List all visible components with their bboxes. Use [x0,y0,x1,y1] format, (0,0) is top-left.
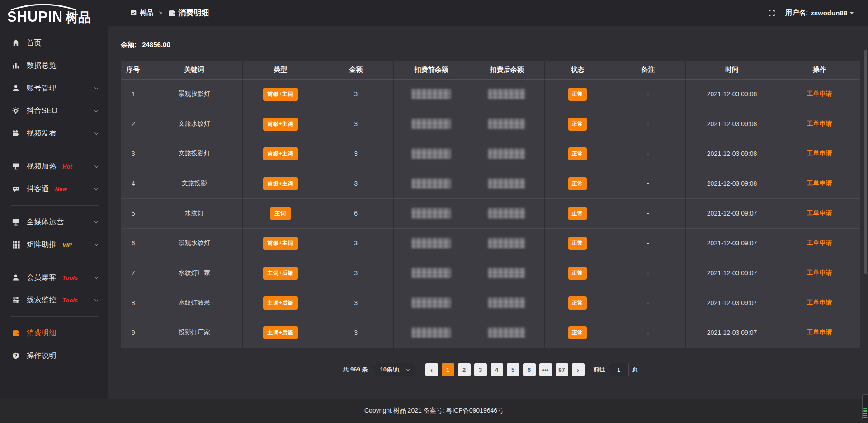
balance-before-redacted [412,149,451,159]
page-size-select[interactable]: 10条/页 [374,363,415,376]
time-cell: 2021-12-03 09:08 [686,169,778,198]
balance-value: 24856.00 [142,41,170,48]
grid-icon [11,240,21,249]
footer: Copyright 树品 2021 备案号: 粤ICP备09019646号 [0,399,868,423]
sidebar-item-account-manage[interactable]: 账号管理 [0,77,108,99]
status-badge: 正常 [568,237,587,250]
balance-after-redacted [488,179,525,188]
sidebar-item-badge: Tools [62,297,78,304]
balance-label: 余额: [121,41,137,48]
username[interactable]: zswodun88 [811,9,847,17]
sidebar-item-matrix-boost[interactable]: 矩阵助推VIP [0,233,108,256]
remark-cell: - [610,228,686,258]
table-row: 8水纹灯效果主词+后缀3正常-2021-12-03 09:07工单申请 [121,288,860,318]
sidebar-item-home[interactable]: 首页 [0,32,108,54]
chevron-down-icon [94,298,98,301]
type-badge: 前缀+主词 [263,118,298,131]
page-button-6[interactable]: 6 [523,363,536,376]
ticket-apply-link[interactable]: 工单申请 [807,179,832,187]
floating-widget[interactable] [862,394,868,420]
sidebar-item-douketong[interactable]: 抖客通New [0,178,108,200]
ticket-apply-link[interactable]: 工单申请 [807,239,832,246]
amount-cell: 3 [318,109,394,139]
sidebar-item-clue-monitor[interactable]: 线索监控Tools [0,289,108,311]
type-badge: 主词+后缀 [263,326,298,339]
index-cell: 5 [121,198,146,228]
goto-page: 前往 页 [594,363,638,376]
sidebar-item-media-operation[interactable]: 全媒体运营 [0,211,108,233]
ticket-apply-link[interactable]: 工单申请 [807,299,832,306]
column-header: 类型 [243,61,318,79]
balance-after-redacted [488,298,525,308]
page-button-97[interactable]: 97 [556,363,568,376]
type-badge: 前缀+主词 [263,147,298,160]
caret-down-icon[interactable] [849,10,854,16]
column-header: 扣费后余额 [469,61,545,79]
sidebar-item-video-heat[interactable]: 视频加热Hot [0,155,108,178]
page-button-2[interactable]: 2 [458,363,471,376]
ticket-apply-link[interactable]: 工单申请 [807,120,832,127]
page-button-4[interactable]: 4 [491,363,503,376]
table-row: 9投影灯厂家主词+后缀3正常-2021-12-03 09:07工单申请 [121,318,860,348]
scrollbar-thumb[interactable] [864,50,867,274]
fullscreen-icon[interactable] [768,9,775,17]
copyright-text: Copyright 树品 2021 备案号: 粤ICP备09019646号 [364,407,504,415]
chevron-down-icon [94,275,98,279]
sidebar-item-label: 矩阵助推 [27,240,57,249]
page-button-1[interactable]: 1 [442,363,454,376]
column-header: 扣费前余额 [394,61,469,79]
video-icon [11,129,21,137]
total-count: 共 969 条 [343,366,368,374]
user-area: 用户名: zswodun88 [768,9,854,17]
keyword-cell: 景观水纹灯 [146,228,243,258]
breadcrumb-current: 消费明细 [179,8,209,18]
sidebar-item-consumption-detail[interactable]: 消费明细 [0,322,108,344]
next-page-button[interactable]: › [572,363,585,376]
ticket-apply-link[interactable]: 工单申请 [807,329,832,336]
ticket-apply-link[interactable]: 工单申请 [807,209,832,216]
logo-text-cn: 树品 [66,9,91,26]
balance-after-redacted [488,328,525,338]
sidebar-item-operation-guide[interactable]: ?操作说明 [0,344,108,367]
chat-icon [11,185,21,193]
prev-page-button[interactable]: ‹ [425,363,438,376]
ticket-apply-link[interactable]: 工单申请 [807,150,832,157]
remark-cell: - [610,258,686,288]
page-size-value: 10条/页 [380,366,400,374]
main-content: 余额: 24856.00 序号关键词类型金额扣费前余额扣费后余额状态备注时间操作… [108,26,868,399]
page-button-5[interactable]: 5 [507,363,519,376]
time-cell: 2021-12-03 09:07 [686,198,778,228]
sidebar-item-label: 会员爆客 [27,273,57,282]
breadcrumb-root[interactable]: 树品 [140,9,153,17]
heat-icon [11,162,21,170]
status-badge: 正常 [568,207,587,220]
goto-page-input[interactable] [609,363,629,376]
sidebar-item-member-burst[interactable]: 会员爆客Tools [0,266,108,289]
ticket-apply-link[interactable]: 工单申请 [807,269,832,276]
column-header: 时间 [686,61,778,79]
remark-cell: - [610,288,686,318]
ticket-apply-link[interactable]: 工单申请 [807,90,832,97]
amount-cell: 3 [318,169,394,198]
member-icon [11,273,21,282]
sidebar-item-label: 首页 [27,38,42,48]
balance: 余额: 24856.00 [121,41,860,49]
more-pages-button[interactable]: ••• [539,363,552,376]
keyword-cell: 文旅水纹灯 [146,109,243,139]
time-cell: 2021-12-03 09:08 [686,139,778,169]
home-icon [11,39,21,47]
index-cell: 9 [121,318,146,348]
sidebar-item-video-publish[interactable]: 视频发布 [0,122,108,145]
sidebar-item-label: 线索监控 [27,296,57,305]
status-badge: 正常 [568,88,587,101]
amount-cell: 3 [318,139,394,169]
column-header: 备注 [610,61,686,79]
column-header: 操作 [778,61,860,79]
page-button-3[interactable]: 3 [474,363,487,376]
sidebar-item-data-overview[interactable]: 数据总览 [0,54,108,77]
breadcrumb: 树品 > 消费明细 [130,8,209,18]
remark-cell: - [610,198,686,228]
app-icon [130,9,137,16]
sidebar-item-badge: Hot [62,163,72,170]
sidebar-item-douyin-seo[interactable]: 抖音SEO [0,99,108,122]
